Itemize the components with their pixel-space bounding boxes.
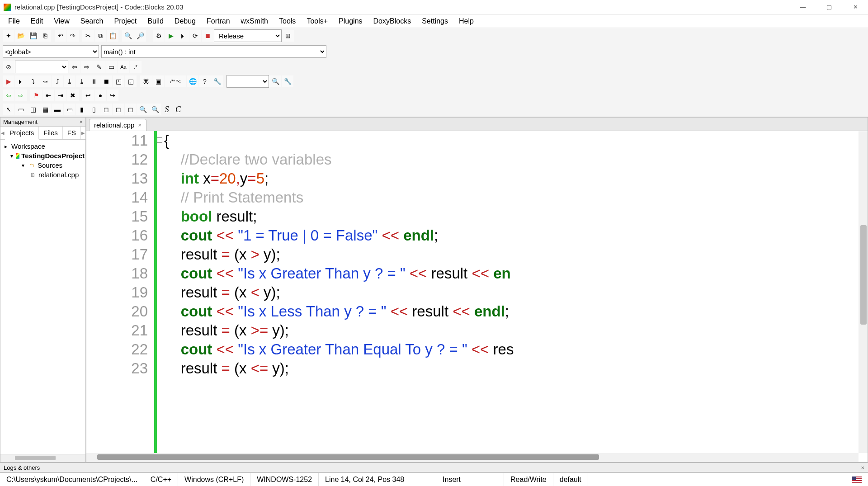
menu-edit[interactable]: Edit (25, 16, 49, 27)
replace-button[interactable]: 🔎 (134, 30, 146, 42)
rebuild-button[interactable]: ⟳ (189, 30, 201, 42)
file-tab-relational[interactable]: relational.cpp × (89, 119, 146, 131)
search-next-button[interactable]: ⇨ (81, 61, 93, 73)
menu-toolsplus[interactable]: Tools+ (301, 16, 333, 27)
menu-file[interactable]: File (3, 16, 25, 27)
cut-button[interactable]: ✂ (82, 30, 94, 42)
step-instr-button[interactable]: ⤓ (76, 75, 88, 87)
sizer-1-button[interactable]: ▬ (52, 104, 63, 115)
save-button[interactable]: 💾 (27, 30, 39, 42)
redo-button[interactable]: ↷ (67, 30, 79, 42)
info-windows-button[interactable]: ◱ (125, 75, 137, 87)
highlight-button[interactable]: ✎ (93, 61, 105, 73)
stop-debug-button[interactable]: ⏹ (100, 75, 112, 87)
vertical-scrollbar[interactable] (859, 131, 868, 453)
ctrl-2-button[interactable]: ◻ (113, 104, 124, 115)
run-button[interactable]: ▶ (165, 30, 177, 42)
close-tab-icon[interactable]: × (138, 122, 142, 128)
ctrl-3-button[interactable]: ◻ (125, 104, 137, 115)
logs-panel-header[interactable]: Logs & others × (0, 462, 868, 472)
bookmark-toggle-button[interactable]: ⚑ (30, 90, 42, 101)
doxy-html-button[interactable]: 🌐 (187, 75, 198, 87)
menu-build[interactable]: Build (142, 16, 169, 27)
bookmark-clear-button[interactable]: ✖ (67, 90, 79, 101)
logs-close-icon[interactable]: × (861, 464, 864, 471)
tree-project[interactable]: ▾ TestingDocsProject (1, 151, 85, 160)
doxy-wizard-button[interactable]: ⌘ (140, 75, 152, 87)
minimize-button[interactable]: — (794, 2, 812, 13)
bookmark-next-button[interactable]: ⇥ (55, 90, 66, 101)
scope-select[interactable]: <global> (3, 45, 99, 58)
tab-fsymbols[interactable]: FS (63, 127, 81, 139)
menu-doxyblocks[interactable]: DoxyBlocks (368, 16, 417, 27)
build-target-select[interactable]: Release (214, 29, 282, 42)
menu-search[interactable]: Search (75, 16, 109, 27)
menu-view[interactable]: View (48, 16, 75, 27)
menu-tools[interactable]: Tools (274, 16, 301, 27)
doxy-extract-button[interactable]: ▣ (152, 75, 164, 87)
search-combo[interactable] (15, 61, 68, 73)
build-run-button[interactable]: ⏵ (177, 30, 189, 42)
run-to-cursor-button[interactable]: ⏵ (15, 75, 27, 87)
next-instr-button[interactable]: ⤓ (64, 75, 75, 87)
grid-tool-button[interactable]: ▦ (39, 104, 51, 115)
regex-button[interactable]: .* (130, 61, 142, 73)
bookmark-prev-button[interactable]: ⇤ (42, 90, 54, 101)
match-case-button[interactable]: Aa (118, 61, 129, 73)
step-out-button[interactable]: ⤴ (52, 75, 63, 87)
open-button[interactable]: 📂 (15, 30, 27, 42)
break-button[interactable]: ⏸ (88, 75, 100, 87)
menu-project[interactable]: Project (108, 16, 142, 27)
mgmt-hscrollbar[interactable] (0, 454, 85, 462)
search-prev-button[interactable]: ⇦ (69, 61, 80, 73)
mgmt-tab-scroll-left[interactable]: ◂ (0, 127, 5, 139)
tab-files[interactable]: Files (39, 127, 63, 139)
menu-settings[interactable]: Settings (416, 16, 453, 27)
maximize-button[interactable]: ▢ (820, 2, 838, 13)
jump-fwd-button[interactable]: ⇨ (15, 90, 27, 101)
options-button[interactable]: 🔧 (282, 75, 293, 87)
tree-sources-folder[interactable]: ▾ 🗀 Sources (1, 160, 85, 170)
menu-fortran[interactable]: Fortran (201, 16, 236, 27)
management-close-icon[interactable]: × (79, 118, 83, 125)
new-file-button[interactable]: ✦ (3, 30, 14, 42)
sizer-4-button[interactable]: ▯ (88, 104, 100, 115)
tree-file-relational[interactable]: 🗎 relational.cpp (1, 170, 85, 179)
menu-debug[interactable]: Debug (169, 16, 201, 27)
debug-start-button[interactable]: ▶ (3, 75, 14, 87)
menu-help[interactable]: Help (453, 16, 479, 27)
sizer-2-button[interactable]: ▭ (64, 104, 75, 115)
function-select[interactable]: main() : int (101, 45, 326, 58)
box-tool-button[interactable]: ▭ (15, 104, 27, 115)
select-mode-button[interactable]: ▭ (105, 61, 117, 73)
mgmt-tab-scroll-right[interactable]: ▸ (81, 127, 85, 139)
doxy-config-button[interactable]: 🔧 (211, 75, 223, 87)
doxy-comment-button[interactable]: /** *< (165, 75, 186, 87)
copy-button[interactable]: ⧉ (94, 30, 106, 42)
jump-back-button[interactable]: ⇦ (3, 90, 14, 101)
status-locale-flag[interactable] (845, 477, 868, 483)
targets-button[interactable]: ⊞ (282, 30, 294, 42)
abort-button[interactable]: ⏹ (202, 30, 213, 42)
menu-plugins[interactable]: Plugins (333, 16, 368, 27)
sizer-3-button[interactable]: ▮ (76, 104, 88, 115)
clear-search-button[interactable]: ⊘ (3, 61, 14, 73)
debug-windows-button[interactable]: ◰ (113, 75, 124, 87)
code-body[interactable]: { //Declare two variables int x=20,y=5; … (164, 131, 868, 462)
code-letter-icon[interactable]: C (173, 104, 184, 115)
zoom-out-button[interactable]: 🔍 (149, 104, 161, 115)
save-all-button[interactable]: ⎘ (39, 30, 51, 42)
zoom-find-button[interactable]: 🔍 (269, 75, 281, 87)
search-combo-2[interactable] (226, 75, 269, 88)
find-button[interactable]: 🔍 (122, 30, 134, 42)
source-letter-icon[interactable]: S (161, 104, 172, 115)
tree-workspace[interactable]: ▸ Workspace (1, 142, 85, 151)
build-button[interactable]: ⚙ (153, 30, 165, 42)
step-over-button[interactable]: ⤼ (39, 75, 51, 87)
menu-wxsmith[interactable]: wxSmith (236, 16, 274, 27)
fold-toggle-icon[interactable]: − (157, 137, 162, 143)
step-into-button[interactable]: ⤵ (27, 75, 39, 87)
doxy-help-button[interactable]: ? (199, 75, 211, 87)
browse-back-button[interactable]: ↩ (82, 90, 94, 101)
horizontal-scrollbar[interactable] (86, 453, 859, 462)
